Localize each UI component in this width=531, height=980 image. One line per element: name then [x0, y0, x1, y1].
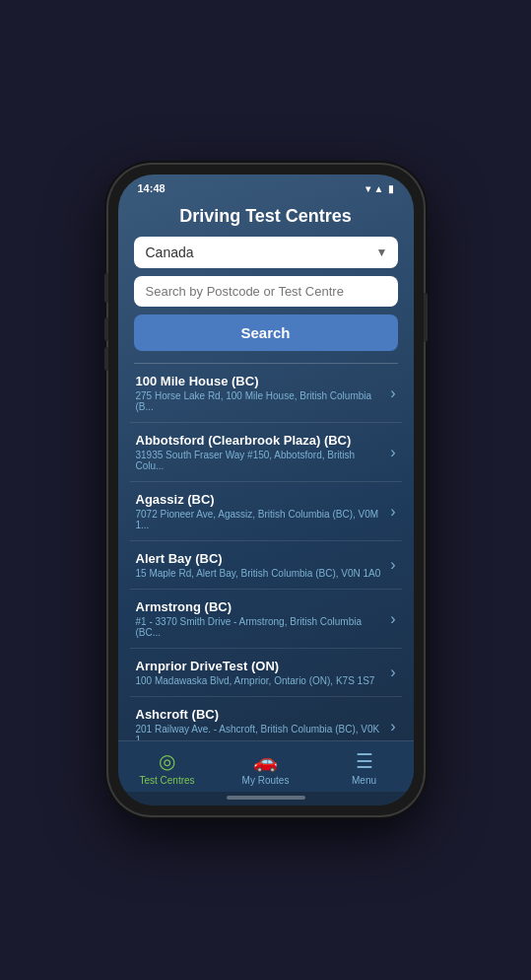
wifi-icon: ▾ [365, 183, 370, 194]
list-item-address: 15 Maple Rd, Alert Bay, British Columbia… [136, 568, 383, 579]
chevron-right-icon: › [390, 610, 395, 628]
signal-icon: ▲ [374, 183, 384, 194]
list-item-name: Arnprior DriveTest (ON) [136, 659, 383, 673]
list-item-content: Alert Bay (BC) 15 Maple Rd, Alert Bay, B… [136, 551, 383, 579]
chevron-right-icon: › [390, 718, 395, 735]
phone-frame: 14:48 ▾ ▲ ▮ Driving Test Centres Canada … [108, 165, 424, 815]
test-centres-list: 100 Mile House (BC) 275 Horse Lake Rd, 1… [118, 364, 414, 740]
chevron-right-icon: › [390, 385, 395, 402]
status-bar: 14:48 ▾ ▲ ▮ [118, 175, 414, 198]
battery-icon: ▮ [388, 183, 394, 194]
list-item-name: Abbotsford (Clearbrook Plaza) (BC) [136, 433, 383, 448]
list-item-address: 31935 South Fraser Way #150, Abbotsford,… [136, 450, 383, 471]
list-item[interactable]: 100 Mile House (BC) 275 Horse Lake Rd, 1… [130, 364, 402, 423]
list-item-name: Alert Bay (BC) [136, 551, 383, 566]
tab-bar: ◎ Test Centres 🚗 My Routes ☰ Menu [118, 740, 414, 792]
country-select[interactable]: Canada United Kingdom Australia [134, 237, 398, 268]
test-centres-label: Test Centres [139, 775, 194, 786]
list-item-content: Agassiz (BC) 7072 Pioneer Ave, Agassiz, … [136, 492, 383, 530]
list-item[interactable]: Ashcroft (BC) 201 Railway Ave. - Ashcrof… [130, 697, 402, 740]
list-item-address: 100 Madawaska Blvd, Arnprior, Ontario (O… [136, 675, 383, 686]
menu-label: Menu [352, 775, 376, 786]
list-item-content: Abbotsford (Clearbrook Plaza) (BC) 31935… [136, 433, 383, 471]
list-item[interactable]: Arnprior DriveTest (ON) 100 Madawaska Bl… [130, 649, 402, 697]
list-item-name: 100 Mile House (BC) [136, 374, 383, 388]
list-item[interactable]: Abbotsford (Clearbrook Plaza) (BC) 31935… [130, 423, 402, 482]
list-item-address: #1 - 3370 Smith Drive - Armstrong, Briti… [136, 616, 383, 638]
home-bar [227, 796, 305, 800]
my-routes-label: My Routes [242, 775, 290, 786]
screen-content: Driving Test Centres Canada United Kingd… [118, 198, 414, 740]
test-centres-icon: ◎ [159, 749, 175, 773]
menu-icon: ☰ [356, 749, 373, 773]
page-title: Driving Test Centres [134, 206, 398, 227]
list-item[interactable]: Alert Bay (BC) 15 Maple Rd, Alert Bay, B… [130, 541, 402, 590]
tab-menu[interactable]: ☰ Menu [315, 741, 414, 792]
my-routes-icon: 🚗 [253, 749, 278, 773]
phone-screen: 14:48 ▾ ▲ ▮ Driving Test Centres Canada … [118, 175, 414, 805]
country-select-wrapper: Canada United Kingdom Australia ▼ [134, 237, 398, 268]
list-item-address: 201 Railway Ave. - Ashcroft, British Col… [136, 724, 383, 740]
list-item[interactable]: Agassiz (BC) 7072 Pioneer Ave, Agassiz, … [130, 482, 402, 541]
tab-my-routes[interactable]: 🚗 My Routes [217, 741, 315, 792]
status-time: 14:48 [138, 182, 166, 194]
list-item[interactable]: Armstrong (BC) #1 - 3370 Smith Drive - A… [130, 590, 402, 649]
chevron-right-icon: › [390, 556, 395, 574]
list-item-content: Ashcroft (BC) 201 Railway Ave. - Ashcrof… [136, 707, 383, 740]
list-item-name: Agassiz (BC) [136, 492, 383, 507]
app-header: Driving Test Centres Canada United Kingd… [118, 198, 414, 363]
search-button[interactable]: Search [134, 315, 398, 351]
search-input[interactable] [134, 276, 398, 307]
home-indicator [118, 792, 414, 805]
chevron-right-icon: › [390, 444, 395, 461]
list-item-content: Armstrong (BC) #1 - 3370 Smith Drive - A… [136, 599, 383, 638]
list-item-address: 275 Horse Lake Rd, 100 Mile House, Briti… [136, 390, 383, 412]
chevron-right-icon: › [390, 503, 395, 521]
list-item-content: 100 Mile House (BC) 275 Horse Lake Rd, 1… [136, 374, 383, 412]
list-item-name: Armstrong (BC) [136, 599, 383, 614]
list-item-address: 7072 Pioneer Ave, Agassiz, British Colum… [136, 509, 383, 530]
chevron-right-icon: › [390, 664, 395, 681]
tab-test-centres[interactable]: ◎ Test Centres [118, 741, 217, 792]
list-item-content: Arnprior DriveTest (ON) 100 Madawaska Bl… [136, 659, 383, 686]
list-item-name: Ashcroft (BC) [136, 707, 383, 722]
search-input-wrapper [134, 276, 398, 307]
status-icons: ▾ ▲ ▮ [365, 183, 394, 194]
